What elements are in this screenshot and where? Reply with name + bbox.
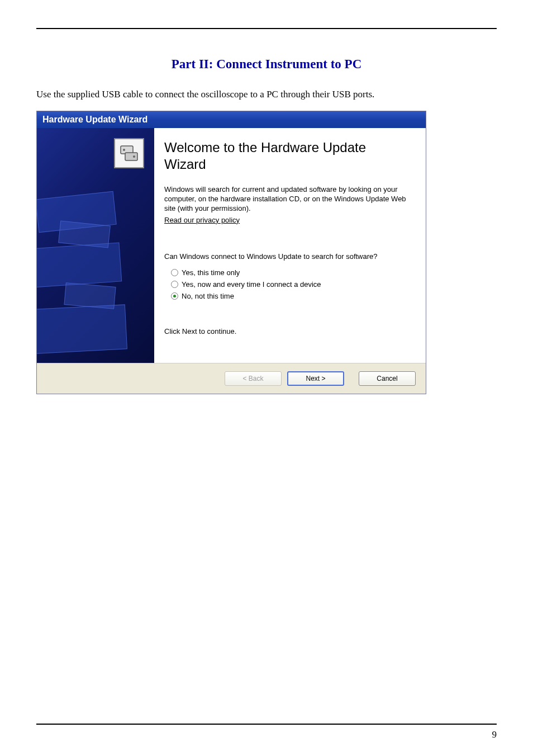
wizard-sidebar [37,128,154,363]
radio-option-yes-always[interactable]: Yes, now and every time I connect a devi… [171,280,410,289]
hardware-icon [114,138,144,168]
radio-label: No, not this time [182,292,234,300]
wizard-body: Welcome to the Hardware Update Wizard Wi… [37,128,426,363]
radio-label: Yes, now and every time I connect a devi… [182,280,321,289]
radio-label: Yes, this time only [182,268,240,277]
radio-icon-selected [171,292,178,300]
svg-point-3 [133,155,135,158]
wizard-titlebar: Hardware Update Wizard [37,111,426,128]
svg-point-2 [123,149,125,151]
back-button: < Back [225,371,282,386]
wizard-heading: Welcome to the Hardware Update Wizard [164,139,410,173]
cancel-button-label: Cancel [377,375,397,382]
cancel-button[interactable]: Cancel [359,371,416,386]
wizard-titlebar-text: Hardware Update Wizard [42,115,147,125]
next-button[interactable]: Next > [287,371,344,386]
radio-icon [171,281,178,288]
footer-divider [36,724,497,725]
intro-text: Use the supplied USB cable to connect th… [36,88,497,101]
wizard-question: Can Windows connect to Windows Update to… [164,252,410,262]
continue-text: Click Next to continue. [164,327,410,336]
radio-option-yes-once[interactable]: Yes, this time only [171,268,410,277]
radio-group: Yes, this time only Yes, now and every t… [164,268,410,300]
wizard-description: Windows will search for current and upda… [164,185,410,214]
page-number: 9 [492,729,497,740]
radio-option-no[interactable]: No, not this time [171,292,410,300]
privacy-policy-link[interactable]: Read our privacy policy [164,216,240,224]
svg-rect-1 [125,153,137,160]
sidebar-decorative [37,195,154,363]
radio-icon [171,269,178,276]
wizard-content: Welcome to the Hardware Update Wizard Wi… [154,128,426,363]
next-button-label: Next > [306,375,325,382]
wizard-dialog: Hardware Update Wizard [36,111,426,394]
back-button-label: < Back [242,375,263,382]
header-divider [36,28,497,29]
section-title: Part II: Connect Instrument to PC [36,57,497,72]
wizard-footer: < Back Next > Cancel [37,363,426,394]
